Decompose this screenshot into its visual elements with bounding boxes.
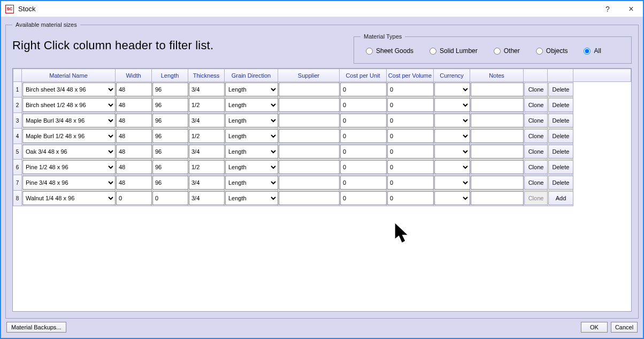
header-action[interactable] (548, 69, 573, 82)
length-input[interactable] (152, 114, 188, 127)
material-name-select[interactable]: Pine 1/2 48 x 96 (22, 160, 116, 174)
cost-per-volume-input[interactable] (387, 191, 434, 205)
grain-select[interactable]: LengthWidthNone (225, 114, 278, 127)
length-input[interactable] (152, 160, 188, 174)
cost-per-volume-input[interactable] (387, 98, 434, 112)
width-input[interactable] (116, 82, 152, 96)
delete-button[interactable]: Delete (548, 114, 573, 127)
thickness-input[interactable] (189, 160, 225, 174)
row-number[interactable]: 6 (13, 160, 22, 175)
row-number[interactable]: 5 (13, 144, 22, 160)
header-supplier[interactable]: Supplier (278, 69, 340, 82)
clone-button[interactable]: Clone (524, 176, 548, 190)
material-type-objects[interactable]: Objects (536, 47, 568, 55)
delete-button[interactable]: Delete (548, 129, 573, 143)
material-name-select[interactable]: Oak 3/4 48 x 96 (22, 145, 116, 159)
row-number[interactable]: 4 (13, 129, 22, 144)
row-number[interactable]: 3 (13, 113, 22, 129)
cost-per-volume-input[interactable] (387, 114, 434, 127)
delete-button[interactable]: Delete (548, 176, 573, 190)
material-type-solid[interactable]: Solid Lumber (430, 47, 478, 55)
cost-per-unit-input[interactable] (340, 191, 387, 205)
header-rownum[interactable] (13, 69, 22, 82)
clone-button[interactable]: Clone (524, 160, 548, 174)
notes-input[interactable] (471, 98, 524, 112)
add-button[interactable]: Add (548, 191, 573, 205)
header-cpv[interactable]: Cost per Volume (387, 69, 434, 82)
cost-per-volume-input[interactable] (387, 129, 434, 143)
header-thickness[interactable]: Thickness (188, 69, 225, 82)
width-input[interactable] (116, 98, 152, 112)
delete-button[interactable]: Delete (548, 98, 573, 112)
thickness-input[interactable] (189, 176, 225, 190)
grain-select[interactable]: LengthWidthNone (225, 160, 278, 174)
length-input[interactable] (152, 176, 188, 190)
delete-button[interactable]: Delete (548, 160, 573, 174)
material-backups-button[interactable]: Material Backups... (6, 322, 66, 333)
supplier-input[interactable] (279, 191, 340, 205)
width-input[interactable] (116, 129, 152, 143)
currency-select[interactable]: USDEURGBP (434, 129, 470, 143)
cost-per-unit-input[interactable] (340, 145, 387, 159)
notes-input[interactable] (471, 191, 524, 205)
material-type-all[interactable]: All (584, 47, 601, 55)
width-input[interactable] (116, 176, 152, 190)
grain-select[interactable]: LengthWidthNone (225, 82, 278, 96)
cost-per-unit-input[interactable] (340, 114, 387, 127)
header-grain[interactable]: Grain Direction (225, 69, 278, 82)
width-input[interactable] (116, 191, 152, 205)
material-type-radio-objects[interactable] (536, 48, 543, 55)
header-currency[interactable]: Currency (434, 69, 470, 82)
material-type-sheet[interactable]: Sheet Goods (366, 47, 413, 55)
row-number[interactable]: 8 (13, 191, 22, 206)
currency-select[interactable]: USDEURGBP (434, 98, 470, 112)
currency-select[interactable]: USDEURGBP (434, 160, 470, 174)
currency-select[interactable]: USDEURGBP (434, 82, 470, 96)
material-name-select[interactable]: Pine 3/4 48 x 96 (22, 176, 116, 190)
header-cpu[interactable]: Cost per Unit (340, 69, 387, 82)
length-input[interactable] (152, 98, 188, 112)
supplier-input[interactable] (279, 98, 340, 112)
length-input[interactable] (152, 82, 188, 96)
material-name-select[interactable]: Maple Burl 3/4 48 x 96 (22, 114, 116, 127)
width-input[interactable] (116, 145, 152, 159)
delete-button[interactable]: Delete (548, 82, 573, 96)
material-type-radio-all[interactable] (584, 48, 591, 55)
cost-per-volume-input[interactable] (387, 145, 434, 159)
material-type-radio-solid[interactable] (430, 48, 436, 55)
length-input[interactable] (152, 191, 188, 205)
cost-per-volume-input[interactable] (387, 176, 434, 190)
notes-input[interactable] (471, 145, 524, 159)
cost-per-unit-input[interactable] (340, 160, 387, 174)
notes-input[interactable] (471, 176, 524, 190)
cost-per-volume-input[interactable] (387, 160, 434, 174)
clone-button[interactable]: Clone (524, 145, 548, 159)
header-width[interactable]: Width (116, 69, 152, 82)
grain-select[interactable]: LengthWidthNone (225, 145, 278, 159)
thickness-input[interactable] (189, 129, 225, 143)
notes-input[interactable] (471, 160, 524, 174)
notes-input[interactable] (471, 82, 524, 96)
length-input[interactable] (152, 145, 188, 159)
clone-button[interactable]: Clone (524, 98, 548, 112)
supplier-input[interactable] (279, 145, 340, 159)
clone-button[interactable]: Clone (524, 114, 548, 127)
material-name-select[interactable]: Walnut 1/4 48 x 96 (22, 191, 116, 205)
material-name-select[interactable]: Birch sheet 3/4 48 x 96 (22, 82, 116, 96)
row-number[interactable]: 7 (13, 175, 22, 191)
grain-select[interactable]: LengthWidthNone (225, 129, 278, 143)
header-clone[interactable] (524, 69, 548, 82)
cost-per-volume-input[interactable] (387, 82, 434, 96)
width-input[interactable] (116, 114, 152, 127)
clone-button[interactable]: Clone (524, 129, 548, 143)
cost-per-unit-input[interactable] (340, 176, 387, 190)
supplier-input[interactable] (279, 129, 340, 143)
header-name[interactable]: Material Name (22, 69, 116, 82)
cost-per-unit-input[interactable] (340, 82, 387, 96)
notes-input[interactable] (471, 114, 524, 127)
material-name-select[interactable]: Maple Burl 1/2 48 x 96 (22, 129, 116, 143)
delete-button[interactable]: Delete (548, 145, 573, 159)
supplier-input[interactable] (279, 176, 340, 190)
clone-button[interactable]: Clone (524, 82, 548, 96)
grain-select[interactable]: LengthWidthNone (225, 191, 278, 205)
